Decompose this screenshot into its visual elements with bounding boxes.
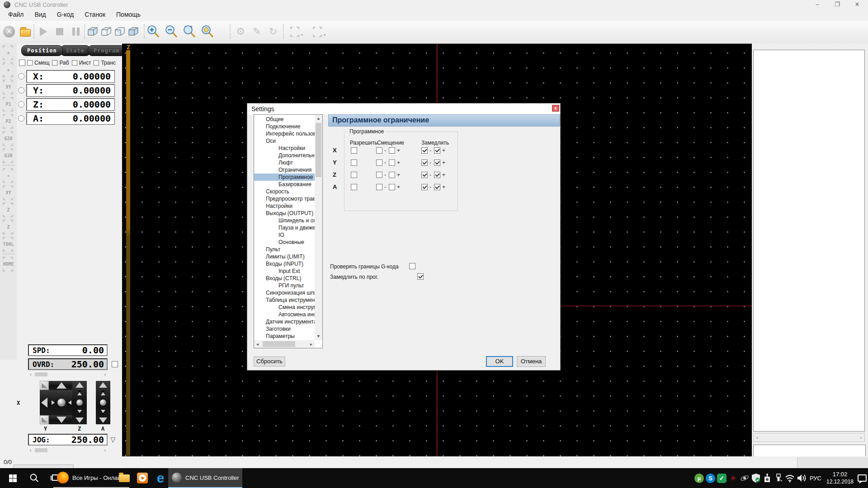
settings-tree[interactable]: ОбщиеПодключениеИнтерфейс пользоватеОсиН… <box>254 114 323 348</box>
utorrent-tray-icon[interactable]: µ <box>693 468 705 488</box>
menu-item[interactable]: Станок <box>79 9 111 19</box>
file-explorer-icon[interactable] <box>116 468 133 488</box>
grid-checkbox[interactable] <box>376 172 382 178</box>
filter-checkbox-транс[interactable] <box>94 60 99 66</box>
tree-item[interactable]: Базирование <box>254 181 315 188</box>
gcode-list[interactable] <box>753 50 865 432</box>
tree-item[interactable]: Интерфейс пользовате <box>254 130 315 137</box>
tree-item[interactable]: Программное огра <box>254 174 315 181</box>
grid-checkbox[interactable] <box>434 147 440 154</box>
grid-checkbox[interactable] <box>389 147 395 154</box>
tree-item[interactable]: Входы (INPUT) <box>254 260 315 267</box>
jog-pad-a[interactable] <box>96 381 110 424</box>
open-file-icon[interactable] <box>18 24 33 39</box>
restore-button[interactable]: ❐ <box>827 0 847 9</box>
jog-center[interactable] <box>49 390 74 415</box>
grid-checkbox[interactable] <box>351 184 357 190</box>
tree-hscrollbar[interactable]: ◂▸ <box>254 340 315 348</box>
red-cluster-tray-icon[interactable]: ✳ <box>727 468 739 488</box>
tree-item[interactable]: IO <box>254 231 315 239</box>
jog-diagonal-sw-button[interactable] <box>40 415 49 424</box>
device-tray-icon[interactable] <box>761 468 773 488</box>
jog-speed-dropdown[interactable]: ▽ <box>110 436 116 444</box>
tree-item[interactable]: Автосмена инструм <box>254 311 315 318</box>
filter-checkbox-инст[interactable] <box>72 60 77 66</box>
tree-item[interactable]: Выходы (OUTPUT) <box>254 210 315 217</box>
grid-checkbox[interactable] <box>434 184 440 190</box>
grid-checkbox[interactable] <box>376 147 382 154</box>
grid-checkbox[interactable] <box>351 172 357 178</box>
tree-item[interactable]: Таблица инструментов <box>254 296 315 304</box>
grid-checkbox[interactable] <box>351 160 357 166</box>
tree-item[interactable]: Датчик инструмента <box>254 318 315 325</box>
tab-program[interactable]: Program <box>88 45 126 56</box>
grid-checkbox[interactable] <box>389 172 395 178</box>
clock[interactable]: 17:02 12.12.2018 <box>824 468 856 488</box>
grid-checkbox[interactable] <box>421 147 428 154</box>
minimize-button[interactable]: – <box>807 0 827 9</box>
usb-tray-icon[interactable] <box>773 468 784 488</box>
estop-icon[interactable]: ✕ <box>2 24 16 39</box>
tree-item[interactable]: Настройки <box>254 202 315 210</box>
gcode-hscrollbar[interactable]: ‹› <box>753 433 865 442</box>
menu-item[interactable]: Файл <box>3 9 29 19</box>
tree-item[interactable]: Оси <box>254 137 315 145</box>
language-indicator[interactable]: РУС <box>807 468 824 488</box>
menu-item[interactable]: G-код <box>52 9 79 19</box>
axis-radio[interactable] <box>18 73 24 80</box>
wifi-tray-icon[interactable] <box>784 468 795 488</box>
taskbar-cnc-button[interactable]: CNC USB Controller <box>168 468 242 488</box>
menu-item[interactable]: Помощь <box>111 9 146 19</box>
grid-checkbox[interactable] <box>389 160 395 166</box>
tab-state[interactable]: State <box>60 45 90 56</box>
search-icon[interactable] <box>25 468 43 488</box>
jog-x-minus-button[interactable] <box>40 390 49 415</box>
axis-radio[interactable] <box>18 87 24 94</box>
grid-checkbox[interactable] <box>421 172 428 178</box>
tree-item[interactable]: Смена инструмента <box>254 304 315 311</box>
tree-item[interactable]: Параметры <box>254 333 315 340</box>
menu-item[interactable]: Вид <box>29 9 51 19</box>
antivirus-tray-icon[interactable]: ✓ <box>716 468 727 488</box>
jog-slider[interactable]: ‹› <box>28 447 108 453</box>
tree-item[interactable]: РГИ пульт <box>254 282 315 289</box>
tree-item[interactable]: Люфт <box>254 159 315 166</box>
tree-item[interactable]: Основные <box>254 239 315 246</box>
tab-position[interactable]: Position <box>21 45 63 56</box>
skype-tray-icon[interactable]: S <box>705 468 716 488</box>
reset-button[interactable]: Сбросить <box>254 357 285 366</box>
jog-y-plus-button[interactable] <box>49 381 74 390</box>
grid-checkbox[interactable] <box>434 160 440 166</box>
grid-checkbox[interactable] <box>376 184 382 190</box>
jog-y-minus-button[interactable] <box>49 415 74 424</box>
tree-item[interactable]: Дополнительно <box>254 152 315 159</box>
jog-diagonal-nw-button[interactable] <box>40 381 49 390</box>
defender-tray-icon[interactable] <box>750 468 761 488</box>
tree-item[interactable]: Пауза и движение <box>254 224 315 231</box>
tree-item[interactable]: Настройки <box>254 145 315 152</box>
close-button[interactable]: ✕ <box>847 0 867 9</box>
check-gcode-bounds[interactable] <box>409 263 415 269</box>
tree-item[interactable]: Input Ext <box>254 267 315 275</box>
tree-item[interactable]: Синхронизация шпинде <box>254 289 315 296</box>
jog-pad-z[interactable] <box>72 381 87 424</box>
satellite-tray-icon[interactable] <box>739 468 750 488</box>
cancel-button[interactable]: Отмена <box>517 356 546 367</box>
start-button[interactable] <box>4 468 22 488</box>
ovrd-slider[interactable]: ‹› <box>28 371 108 377</box>
tree-item[interactable]: Лимиты (LIMIT) <box>254 253 315 260</box>
grid-checkbox[interactable] <box>389 184 395 190</box>
tree-item[interactable]: Входы (CTRL) <box>254 275 315 282</box>
filter-checkbox-смещ[interactable] <box>27 60 33 66</box>
media-player-icon[interactable] <box>134 468 151 488</box>
grid-checkbox[interactable] <box>434 172 440 178</box>
ok-button[interactable]: OK <box>486 356 513 367</box>
ovrd-checkbox[interactable] <box>112 361 118 367</box>
tree-item[interactable]: Предпросмотр траекто <box>254 195 315 202</box>
tree-item[interactable]: Скорость <box>254 188 315 195</box>
dialog-close-icon[interactable]: x <box>552 105 559 112</box>
notification-center-icon[interactable] <box>856 468 868 488</box>
grid-checkbox[interactable] <box>421 160 428 166</box>
grid-checkbox[interactable] <box>421 184 428 190</box>
zoom-tool-icons[interactable] <box>146 24 219 40</box>
